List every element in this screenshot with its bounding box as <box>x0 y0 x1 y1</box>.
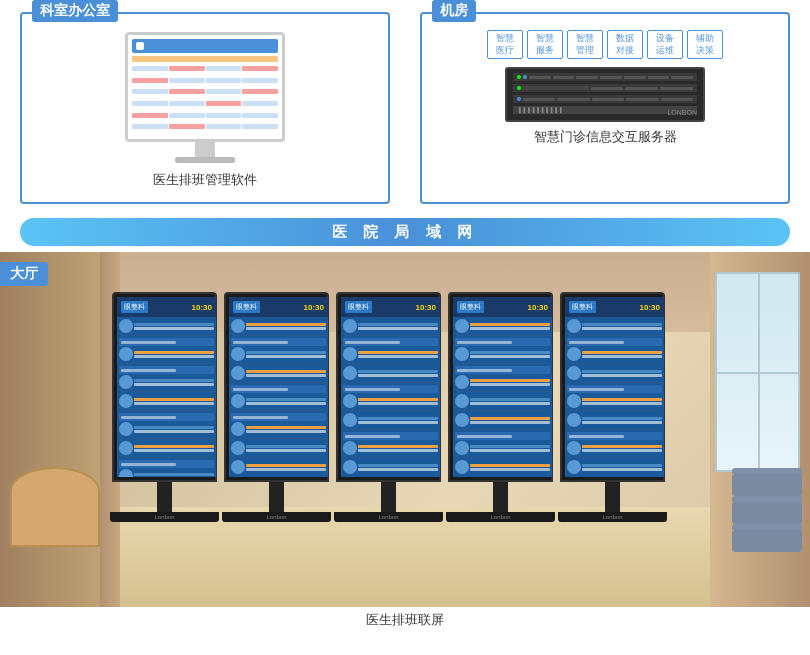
tag-smart-medical: 智慧医疗 <box>487 30 523 59</box>
monitor-base <box>175 157 235 163</box>
kiosk-1-time: 10:30 <box>192 303 212 312</box>
chair-1 <box>732 474 802 496</box>
software-label: 医生排班管理软件 <box>153 171 257 189</box>
server-panel-label: 机房 <box>432 0 476 22</box>
tag-smart-mgmt: 智慧管理 <box>567 30 603 59</box>
hall-left-wall <box>0 252 120 607</box>
kiosk-5-dept: 眼整科 <box>569 301 596 313</box>
kiosk-3-brand: Lonbon <box>334 514 443 520</box>
server-label: 智慧门诊信息交互服务器 <box>430 128 780 146</box>
server-panel: 机房 智慧医疗 智慧服务 智慧管理 数据对接 设备运维 辅助决策 <box>420 12 790 204</box>
hall-label: 大厅 <box>0 262 48 286</box>
monitor-screen <box>128 35 282 139</box>
kiosk-3: 眼整科 10:30 <box>334 292 443 522</box>
kiosk-1-dept: 眼整科 <box>121 301 148 313</box>
kiosk-5: 眼整科 10:30 <box>558 292 667 522</box>
office-panel: 科室办公室 <box>20 12 390 204</box>
kiosk-5-brand: Lonbon <box>558 514 667 520</box>
hall-floor <box>0 507 810 607</box>
tag-data-connect: 数据对接 <box>607 30 643 59</box>
kiosk-1-brand: Lonbon <box>110 514 219 520</box>
server-rack: ▐▐▐▐▐▐▐▐▐▐ LONBON <box>505 67 705 122</box>
monitor <box>125 32 285 142</box>
kiosk-4: 眼整科 10:30 <box>446 292 555 522</box>
chair-2 <box>732 502 802 524</box>
screen-label: 医生排班联屏 <box>0 607 810 633</box>
server-tags: 智慧医疗 智慧服务 智慧管理 数据对接 设备运维 辅助决策 <box>430 30 780 59</box>
reception-desk <box>10 467 100 547</box>
network-bar-label: 医 院 局 域 网 <box>332 223 478 242</box>
hall-section: 大厅 眼整科 10:30 <box>0 252 810 607</box>
kiosk-3-dept: 眼整科 <box>345 301 372 313</box>
office-panel-label: 科室办公室 <box>32 0 118 22</box>
kiosk-2-dept: 眼整科 <box>233 301 260 313</box>
kiosk-2-brand: Lonbon <box>222 514 331 520</box>
kiosk-3-time: 10:30 <box>416 303 436 312</box>
kiosk-1: 眼整科 10:30 <box>110 292 219 522</box>
tag-smart-service: 智慧服务 <box>527 30 563 59</box>
hall-window <box>715 272 800 472</box>
kiosks-container: 眼整科 10:30 <box>110 292 667 522</box>
monitor-area: 医生排班管理软件 <box>30 22 380 194</box>
kiosk-2-time: 10:30 <box>304 303 324 312</box>
tag-assist-decision: 辅助决策 <box>687 30 723 59</box>
hall-right-wall <box>710 252 810 607</box>
network-bar: 医 院 局 域 网 <box>20 218 790 246</box>
kiosk-2: 眼整科 10:30 <box>222 292 331 522</box>
kiosk-4-brand: Lonbon <box>446 514 555 520</box>
kiosk-5-time: 10:30 <box>640 303 660 312</box>
monitor-stand <box>195 142 215 157</box>
tag-device-ops: 设备运维 <box>647 30 683 59</box>
kiosk-4-time: 10:30 <box>528 303 548 312</box>
rack-label: LONBON <box>667 109 697 116</box>
chair-area <box>732 474 802 552</box>
kiosk-4-dept: 眼整科 <box>457 301 484 313</box>
chair-3 <box>732 530 802 552</box>
